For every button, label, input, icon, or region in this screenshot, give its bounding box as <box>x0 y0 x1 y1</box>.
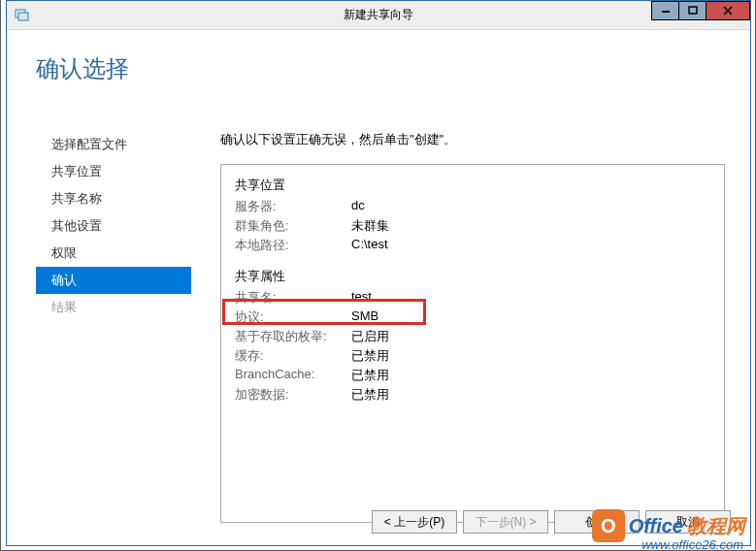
svg-rect-1 <box>18 13 28 20</box>
dialog-window: 新建共享向导 确认选择 选择配置文件 共享位置 共享名称 其他设置 <box>6 0 751 546</box>
minimize-button[interactable] <box>651 1 678 20</box>
branchcache-value: 已禁用 <box>351 367 389 384</box>
content-area: 确认选择 选择配置文件 共享位置 共享名称 其他设置 权限 确认 结果 确认以下… <box>7 30 750 545</box>
row-protocol: 协议: SMB <box>235 308 710 326</box>
row-branchcache: BranchCache: 已禁用 <box>235 367 710 384</box>
sharename-label: 共享名: <box>235 289 351 307</box>
enum-value: 已启用 <box>351 328 389 345</box>
row-encrypt: 加密数据: 已禁用 <box>235 386 710 404</box>
nav-location[interactable]: 共享位置 <box>36 158 191 185</box>
server-label: 服务器: <box>235 198 351 215</box>
cache-value: 已禁用 <box>351 347 389 365</box>
row-sharename: 共享名: test <box>235 289 710 307</box>
nav-result: 结果 <box>36 294 191 321</box>
sharename-value: test <box>351 289 372 307</box>
encrypt-value: 已禁用 <box>351 386 389 404</box>
footer-buttons: < 上一步(P) 下一步(N) > 创建 取消 <box>372 510 731 534</box>
next-button: 下一步(N) > <box>463 510 548 534</box>
main-panel: 确认以下设置正确无误，然后单击"创建"。 共享位置 服务器: dc 群集角色: … <box>220 131 731 523</box>
svg-rect-2 <box>662 11 670 13</box>
create-button[interactable]: 创建 <box>554 510 640 534</box>
cluster-value: 未群集 <box>351 217 389 235</box>
protocol-value: SMB <box>351 308 378 326</box>
nav-permissions[interactable]: 权限 <box>36 240 191 267</box>
close-button[interactable] <box>706 1 750 20</box>
app-icon <box>15 9 30 22</box>
row-server: 服务器: dc <box>235 198 710 215</box>
location-section-title: 共享位置 <box>235 177 710 194</box>
cancel-button[interactable]: 取消 <box>645 510 731 534</box>
properties-section-title: 共享属性 <box>235 268 710 285</box>
summary-box: 共享位置 服务器: dc 群集角色: 未群集 本地路径: C:\test 共享属… <box>220 164 725 523</box>
instruction-text: 确认以下设置正确无误，然后单击"创建"。 <box>220 131 731 148</box>
wizard-nav: 选择配置文件 共享位置 共享名称 其他设置 权限 确认 结果 <box>36 131 191 321</box>
outer-frame: 新建共享向导 确认选择 选择配置文件 共享位置 共享名称 其他设置 <box>0 0 756 551</box>
server-value: dc <box>351 198 365 215</box>
branchcache-label: BranchCache: <box>235 367 351 384</box>
nav-other[interactable]: 其他设置 <box>36 212 191 240</box>
cache-label: 缓存: <box>235 347 351 365</box>
path-value: C:\test <box>351 237 388 254</box>
protocol-label: 协议: <box>235 308 351 326</box>
svg-rect-3 <box>689 7 697 14</box>
cluster-label: 群集角色: <box>235 217 351 235</box>
nav-confirm[interactable]: 确认 <box>36 267 191 294</box>
maximize-button[interactable] <box>678 1 706 20</box>
enum-label: 基于存取的枚举: <box>235 328 351 345</box>
prev-button[interactable]: < 上一步(P) <box>372 510 457 534</box>
page-heading: 确认选择 <box>7 53 750 84</box>
nav-profile[interactable]: 选择配置文件 <box>36 131 191 158</box>
row-cache: 缓存: 已禁用 <box>235 347 710 365</box>
row-cluster: 群集角色: 未群集 <box>235 217 710 235</box>
window-title: 新建共享向导 <box>344 7 413 23</box>
row-enum: 基于存取的枚举: 已启用 <box>235 328 710 345</box>
watermark-url: www.office26.com <box>641 537 743 551</box>
path-label: 本地路径: <box>235 237 351 254</box>
nav-name[interactable]: 共享名称 <box>36 185 191 212</box>
encrypt-label: 加密数据: <box>235 386 351 404</box>
titlebar: 新建共享向导 <box>7 1 750 30</box>
window-controls <box>651 1 750 22</box>
row-path: 本地路径: C:\test <box>235 237 710 254</box>
